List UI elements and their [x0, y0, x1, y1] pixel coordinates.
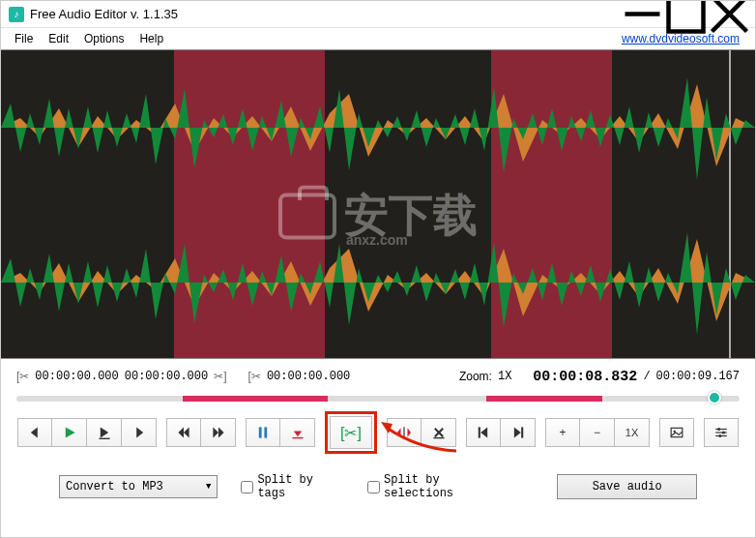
svg-marker-5 [65, 427, 74, 437]
svg-marker-18 [397, 428, 401, 436]
go-to-end-button[interactable] [501, 418, 536, 447]
svg-rect-13 [259, 427, 262, 437]
menu-options[interactable]: Options [76, 30, 131, 47]
marker-down-button[interactable] [280, 418, 315, 447]
zoom-label: Zoom: [459, 370, 492, 383]
svg-marker-9 [178, 427, 184, 437]
skip-back-button[interactable] [17, 418, 52, 447]
selection-end-time: 00:00:00.000 [125, 370, 208, 383]
settings-button[interactable] [704, 418, 739, 447]
svg-marker-15 [293, 432, 301, 437]
split-at-marker-button[interactable] [387, 418, 422, 447]
menu-edit[interactable]: Edit [41, 30, 76, 47]
cut-button[interactable]: [✂] [330, 416, 372, 449]
selection-start-time: 00:00:00.000 [35, 370, 118, 383]
save-audio-button[interactable]: Save audio [557, 474, 697, 499]
slider-selection-2 [486, 396, 602, 402]
svg-marker-11 [213, 427, 218, 437]
split-by-selections-checkbox[interactable]: Split by selections [367, 473, 510, 500]
website-link[interactable]: www.dvdvideosoft.com [622, 32, 740, 45]
svg-point-35 [718, 434, 721, 437]
chevron-down-icon: ▼ [206, 482, 211, 492]
split-by-selections-input[interactable] [367, 481, 380, 493]
fast-forward-button[interactable] [201, 418, 236, 447]
split-by-tags-label: Split by tags [257, 473, 344, 500]
scissors-cursor-icon: [✂ [248, 370, 261, 383]
window-title: Free Audio Editor v. 1.1.35 [30, 7, 621, 21]
menubar: File Edit Options Help www.dvdvideosoft.… [1, 28, 755, 49]
split-by-tags-input[interactable] [241, 481, 253, 493]
cut-button-highlight: [✂] [325, 411, 377, 454]
svg-point-33 [722, 431, 725, 433]
waveform-channel-right [1, 215, 755, 350]
minimize-button[interactable] [621, 1, 664, 28]
timeline-slider[interactable] [1, 390, 755, 407]
play-selection-button[interactable] [87, 418, 122, 447]
menu-help[interactable]: Help [131, 30, 171, 47]
scissors-left-icon: [✂ [16, 370, 29, 383]
svg-marker-12 [218, 427, 224, 437]
rewind-button[interactable] [166, 418, 201, 447]
split-by-tags-checkbox[interactable]: Split by tags [241, 473, 344, 500]
svg-marker-25 [480, 427, 487, 437]
split-by-selections-label: Split by selections [384, 473, 510, 500]
scissors-right-icon: ✂] [214, 370, 226, 383]
svg-marker-10 [184, 427, 189, 437]
svg-rect-1 [669, 0, 704, 32]
titlebar: ♪ Free Audio Editor v. 1.1.35 [1, 1, 755, 28]
svg-marker-4 [31, 427, 38, 437]
zoom-reset-button[interactable]: 1X [615, 418, 650, 447]
delete-selection-button[interactable] [422, 418, 456, 447]
zoom-in-button[interactable]: + [545, 418, 580, 447]
svg-marker-19 [408, 428, 412, 436]
skip-forward-button[interactable] [122, 418, 157, 447]
total-time: 00:00:09.167 [656, 370, 740, 383]
menu-file[interactable]: File [7, 30, 41, 47]
cursor-time: 00:00:00.000 [267, 370, 350, 383]
zoom-value: 1X [498, 370, 511, 383]
svg-marker-8 [136, 427, 143, 437]
format-combo[interactable]: Convert to MP3 ▼ [59, 475, 218, 498]
export-row: Convert to MP3 ▼ Split by tags Split by … [1, 463, 755, 514]
waveform-channel-left [1, 60, 755, 195]
slider-thumb[interactable] [708, 391, 721, 404]
maximize-button[interactable] [664, 1, 708, 28]
zoom-out-button[interactable]: − [580, 418, 615, 447]
format-combo-value: Convert to MP3 [66, 480, 163, 493]
waveform-display[interactable]: 安下载 anxz.com [1, 49, 755, 359]
app-icon: ♪ [9, 7, 24, 22]
image-view-button[interactable] [659, 418, 694, 447]
pause-marker-button[interactable] [246, 418, 280, 447]
go-to-start-button[interactable] [466, 418, 501, 447]
close-button[interactable] [708, 1, 751, 28]
time-info-row: [✂ 00:00:00.000 00:00:00.000 ✂] [✂ 00:00… [1, 359, 755, 390]
transport-toolbar: [✂] + − 1X [1, 407, 755, 463]
svg-marker-26 [513, 427, 520, 437]
time-separator: / [643, 370, 650, 383]
play-button[interactable] [52, 418, 87, 447]
current-time: 00:00:08.832 [533, 369, 637, 385]
svg-point-31 [717, 428, 720, 431]
slider-selection-1 [183, 396, 328, 402]
svg-rect-14 [264, 427, 267, 437]
svg-marker-6 [100, 427, 107, 437]
